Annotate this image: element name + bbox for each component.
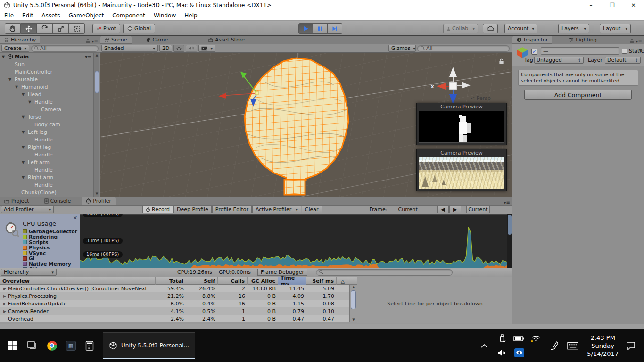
action-center-icon[interactable] xyxy=(625,340,636,351)
column-header-calls[interactable]: Calls xyxy=(218,277,248,285)
tab-hierarchy[interactable]: Hierarchy xyxy=(0,36,40,44)
menu-file[interactable]: File xyxy=(0,10,18,20)
scene-orientation-gizmo[interactable]: x z xyxy=(428,61,480,108)
hierarchy-item-camera[interactable]: Camera xyxy=(0,106,100,113)
expander-icon[interactable]: ▼ xyxy=(28,100,34,104)
menu-help[interactable]: Help xyxy=(180,10,201,20)
legend-item-native-memory[interactable]: Native Memory xyxy=(23,261,77,267)
column-header-warnings[interactable]: △ xyxy=(337,277,349,285)
expander-icon[interactable]: ▼ xyxy=(22,160,28,165)
legend-item-gi[interactable]: Gi xyxy=(23,256,77,262)
tab-inspector[interactable]: i Inspector xyxy=(512,36,552,44)
clear-button[interactable]: Clear xyxy=(302,206,322,213)
static-dropdown-icon[interactable]: ▼ xyxy=(639,48,642,53)
table-row-camera[interactable]: ▶Camera.Render4.1%0.5%10 B0.790.10 xyxy=(0,307,349,315)
layer-dropdown[interactable]: Default xyxy=(605,57,641,64)
tag-dropdown[interactable]: Untagged xyxy=(534,57,584,64)
taskbar-unity-button[interactable]: Unity 5.5.0f3 Personal... xyxy=(103,332,195,359)
column-header-total[interactable]: Total xyxy=(156,277,186,285)
profile-editor-button[interactable]: Profile Editor xyxy=(212,206,252,213)
expander-icon[interactable]: ▶ xyxy=(2,309,8,313)
column-header-self-ms[interactable]: Self ms xyxy=(306,277,337,285)
pause-button[interactable] xyxy=(313,23,328,34)
close-icon[interactable]: ✕ xyxy=(73,215,77,221)
menu-gameobject[interactable]: GameObject xyxy=(64,10,108,20)
active-checkbox[interactable] xyxy=(531,49,537,55)
taskbar-clock[interactable]: 2:43 PM Sunday 5/14/2017 xyxy=(587,334,619,358)
hierarchy-item-handle[interactable]: Handle xyxy=(0,151,100,158)
panel-menu-icon[interactable]: ▾≡ xyxy=(504,200,510,205)
calculator-icon[interactable] xyxy=(84,340,95,351)
close-button[interactable]: ✕ xyxy=(623,0,644,10)
expander-icon[interactable]: ▼ xyxy=(22,130,28,134)
persp-label[interactable]: < Persp xyxy=(471,95,491,101)
hierarchy-item-torso[interactable]: ▼Torso xyxy=(0,113,100,121)
panel-menu-icon[interactable]: ▾≡ xyxy=(636,39,642,44)
hierarchy-scrollbar[interactable]: ▲ ▼ xyxy=(93,53,99,197)
cpu-graph-region[interactable]: 66ms (15FPS) 33ms (30FPS) 16ms (60FPS) ✕… xyxy=(0,214,512,268)
legend-item-physics[interactable]: Physics xyxy=(23,245,77,251)
tab-asset-store[interactable]: Asset Store xyxy=(204,36,249,44)
app-icon-dark[interactable]: ▦ xyxy=(65,340,76,351)
hand-tool-button[interactable] xyxy=(5,23,21,34)
static-checkbox[interactable] xyxy=(622,49,627,54)
layout-dropdown[interactable]: Layout xyxy=(600,24,631,33)
scale-tool-button[interactable] xyxy=(53,23,69,34)
lighting-toggle[interactable] xyxy=(173,45,184,52)
scroll-up-icon[interactable]: ▲ xyxy=(94,53,100,58)
scrollbar-thumb[interactable] xyxy=(508,215,512,235)
move-tool-button[interactable] xyxy=(21,23,37,34)
column-header-gc-alloc[interactable]: GC Alloc xyxy=(248,277,278,285)
tab-profiler[interactable]: Profiler xyxy=(82,197,116,205)
hierarchy-item-right-leg[interactable]: ▼Right leg xyxy=(0,143,100,151)
panel-menu-icon[interactable]: ▾≡ xyxy=(92,39,98,44)
volume-muted-tray-icon[interactable] xyxy=(496,347,508,358)
chrome-icon[interactable] xyxy=(46,340,58,351)
scroll-down-icon[interactable]: ▼ xyxy=(94,191,100,197)
rotate-tool-button[interactable] xyxy=(37,23,53,34)
maximize-button[interactable]: ❐ xyxy=(602,0,623,10)
eye-protection-tray-icon[interactable] xyxy=(513,347,525,358)
expander-icon[interactable]: ▼ xyxy=(22,175,28,180)
cpu-usage-legend-panel[interactable]: ✕ CPU Usage GarbageCollectorRenderingScr… xyxy=(0,214,80,268)
draw-mode-dropdown[interactable]: Shaded xyxy=(101,45,158,52)
cpu-graph-plot[interactable]: 66ms (15FPS) 33ms (30FPS) 16ms (60FPS) xyxy=(80,214,507,268)
scroll-up-icon[interactable]: ▲ xyxy=(350,285,357,290)
current-frame-button[interactable]: Current xyxy=(466,206,490,213)
expander-icon[interactable]: ▼ xyxy=(22,92,28,97)
expander-icon[interactable]: ▶ xyxy=(2,294,8,298)
record-toggle[interactable]: Record xyxy=(142,206,173,213)
account-dropdown[interactable]: Account xyxy=(504,24,537,33)
legend-item-rendering[interactable]: Rendering xyxy=(23,234,77,240)
wifi-warning-tray-icon[interactable]: ! xyxy=(530,333,542,344)
menu-edit[interactable]: Edit xyxy=(18,10,37,20)
hierarchy-item-sun[interactable]: Sun xyxy=(0,60,100,68)
hierarchy-item-left-leg[interactable]: ▼Left leg xyxy=(0,128,100,136)
hierarchy-item-right-arm[interactable]: ▼Right arm xyxy=(0,173,100,181)
next-frame-button[interactable]: ▶ xyxy=(449,206,461,213)
hierarchy-item-handle[interactable]: Handle xyxy=(0,181,100,189)
battery-tray-icon[interactable] xyxy=(513,333,525,344)
hierarchy-item-handle[interactable]: Handle xyxy=(0,136,100,143)
hierarchy-item-chunk-clone[interactable]: Chunk(Clone) xyxy=(0,189,100,196)
gizmos-dropdown[interactable]: Gizmos xyxy=(388,45,416,52)
scene-viewport[interactable]: x z < Persp Camera Preview xyxy=(100,53,512,197)
expander-icon[interactable]: ▼ xyxy=(15,85,21,89)
graph-scrollbar[interactable] xyxy=(507,214,512,268)
add-component-button[interactable]: Add Component xyxy=(524,90,632,100)
task-view-icon[interactable] xyxy=(26,340,38,351)
step-button[interactable] xyxy=(328,23,342,34)
pivot-toggle[interactable]: Pivot xyxy=(92,24,120,33)
table-scrollbar[interactable]: ▲ ▼ xyxy=(349,285,357,322)
selected-chunk-mesh[interactable] xyxy=(218,54,374,197)
expander-icon[interactable]: ▼ xyxy=(22,145,28,149)
menu-component[interactable]: Component xyxy=(108,10,149,20)
hierarchy-item-pausable[interactable]: ▼Pausable xyxy=(0,75,100,83)
deep-profile-button[interactable]: Deep Profile xyxy=(173,206,212,213)
profiler-search-input[interactable] xyxy=(316,269,453,276)
table-row-fixedbehaviourupdate[interactable]: ▶FixedBehaviourUpdate6.0%0.4%160 B1.150.… xyxy=(0,300,349,307)
column-header-time-ms[interactable]: Time ms xyxy=(278,277,306,285)
minimize-button[interactable]: – xyxy=(580,0,602,10)
collab-dropdown[interactable]: Collab xyxy=(443,24,478,33)
menu-assets[interactable]: Assets xyxy=(37,10,64,20)
